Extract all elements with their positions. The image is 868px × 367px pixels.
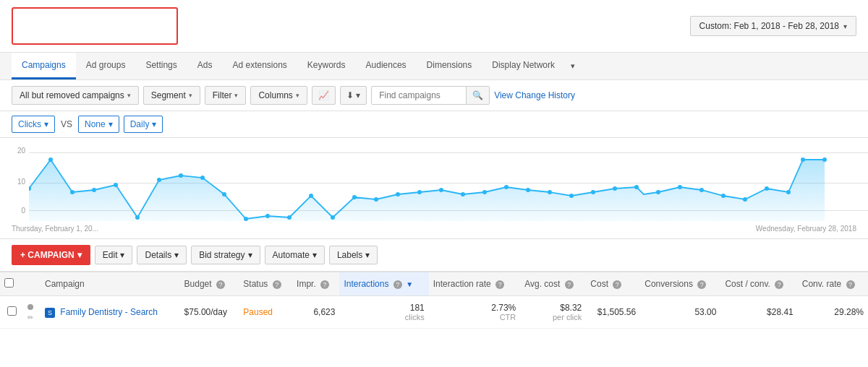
conv-rate-value: 29.28%	[834, 307, 864, 317]
tab-more-button[interactable]: ▾	[565, 54, 581, 78]
segment-label: All but removed campaigns	[20, 90, 124, 100]
metric1-button[interactable]: Clicks ▾	[12, 116, 55, 133]
header-interactions[interactable]: Interactions ? ▼	[339, 272, 428, 296]
automate-button[interactable]: Automate ▾	[265, 246, 325, 264]
budget-help-icon[interactable]: ?	[216, 280, 225, 289]
header-budget-label: Budget	[184, 279, 212, 289]
tab-keywords[interactable]: Keywords	[297, 53, 356, 79]
columns-label: Columns	[258, 90, 292, 100]
header-checkbox[interactable]	[0, 272, 23, 296]
svg-point-7	[157, 178, 161, 182]
automate-label: Automate	[273, 250, 310, 260]
header-campaign: Campaign	[41, 272, 180, 296]
header-status-col: Status ?	[239, 272, 292, 296]
budget-value: $75.00/day	[184, 307, 235, 317]
bid-strategy-label: Bid strategy	[199, 250, 244, 260]
actions-bar: + CAMPAIGN ▾ Edit ▾ Details ▾ Bid strate…	[0, 239, 868, 272]
interaction-rate-value: 2.73%	[433, 303, 516, 313]
view-change-history-link[interactable]: View Change History	[494, 90, 575, 100]
date-range-button[interactable]: Custom: Feb 1, 2018 - Feb 28, 2018 ▾	[690, 16, 856, 36]
svg-point-11	[244, 217, 248, 221]
search-icon-button[interactable]: 🔍	[466, 87, 489, 104]
search-box: 🔍	[371, 86, 490, 105]
period-button[interactable]: Daily ▾	[124, 116, 163, 133]
tab-ad-groups[interactable]: Ad groups	[76, 53, 136, 79]
cost-value: $1,505.56	[597, 307, 636, 317]
columns-chevron: ▾	[296, 92, 299, 99]
row-checkbox[interactable]	[7, 306, 17, 316]
header-interaction-rate-label: Interaction rate	[433, 279, 491, 289]
svg-point-23	[504, 185, 509, 189]
tab-audiences[interactable]: Audiences	[356, 53, 417, 79]
svg-point-34	[743, 197, 747, 202]
cost-per-conv-help-icon[interactable]: ?	[775, 280, 783, 289]
cost-per-conv-value: $28.41	[767, 307, 793, 317]
metric2-button[interactable]: None ▾	[78, 116, 119, 133]
details-button[interactable]: Details ▾	[137, 246, 187, 264]
segment-button[interactable]: Segment ▾	[143, 86, 200, 105]
conversions-value: 53.00	[694, 307, 716, 317]
impr-value: 6,623	[313, 307, 335, 317]
svg-point-25	[548, 190, 552, 194]
row-checkbox-cell[interactable]	[0, 296, 23, 329]
chart-icon: 📈	[318, 90, 329, 100]
edit-button[interactable]: Edit ▾	[95, 246, 133, 264]
cost-help-icon[interactable]: ?	[613, 280, 621, 289]
table-container: Campaign Budget ? Status ? Impr. ? Inter…	[0, 272, 868, 329]
vs-label: VS	[59, 119, 74, 129]
labels-button[interactable]: Labels ▾	[329, 246, 378, 264]
svg-point-37	[801, 157, 805, 162]
toolbar-row-1: All but removed campaigns ▾ Segment ▾ Fi…	[0, 80, 868, 111]
columns-button[interactable]: Columns ▾	[250, 86, 307, 105]
svg-point-28	[613, 186, 617, 191]
tab-settings[interactable]: Settings	[135, 53, 187, 79]
segment-dropdown-button[interactable]: All but removed campaigns ▾	[12, 86, 139, 105]
row-conv-rate-cell: 29.28%	[798, 296, 868, 329]
impr-help-icon[interactable]: ?	[320, 280, 329, 289]
tab-ad-extensions[interactable]: Ad extensions	[222, 53, 297, 79]
svg-point-10	[222, 192, 226, 197]
header-conversions: Conversions ?	[640, 272, 720, 296]
tab-dimensions[interactable]: Dimensions	[417, 53, 482, 79]
svg-point-6	[135, 215, 140, 220]
logo-box	[12, 7, 178, 45]
campaign-btn-chevron: ▾	[77, 250, 82, 260]
header-cost-label: Cost	[590, 279, 608, 289]
filter-label: Filter	[213, 90, 232, 100]
tab-ads[interactable]: Ads	[187, 53, 223, 79]
campaign-name[interactable]: Family Dentistry - Search	[60, 307, 158, 317]
chart-icon-button[interactable]: 📈	[312, 86, 336, 105]
chart-y-label-0: 0	[0, 207, 25, 215]
select-all-checkbox[interactable]	[4, 278, 14, 288]
conv-rate-help-icon[interactable]: ?	[846, 280, 855, 289]
edit-pencil-icon[interactable]: ✏	[27, 314, 33, 321]
svg-point-38	[822, 157, 827, 162]
add-campaign-button[interactable]: + CAMPAIGN ▾	[12, 245, 90, 265]
row-impr-cell: 6,623	[292, 296, 339, 329]
bid-strategy-button[interactable]: Bid strategy ▾	[191, 246, 260, 264]
interaction-rate-help-icon[interactable]: ?	[495, 280, 504, 289]
campaign-btn-label: + CAMPAIGN	[20, 250, 75, 260]
interactions-help-icon[interactable]: ?	[393, 280, 402, 289]
svg-point-18	[396, 192, 400, 197]
header-campaign-label: Campaign	[45, 279, 85, 289]
search-input[interactable]	[372, 87, 466, 104]
interactions-sort-arrow: ▼	[406, 280, 413, 288]
automate-chevron: ▾	[312, 250, 317, 260]
svg-point-35	[765, 186, 769, 191]
interactions-sub: clicks	[344, 313, 424, 321]
svg-point-27	[591, 190, 595, 194]
svg-point-15	[331, 215, 335, 220]
tab-campaigns[interactable]: Campaigns	[12, 53, 76, 79]
metric1-label: Clicks	[18, 119, 41, 129]
filter-button[interactable]: Filter ▾	[205, 86, 247, 105]
date-range-label: Custom: Feb 1, 2018 - Feb 28, 2018	[699, 21, 839, 31]
tab-display-network[interactable]: Display Network	[482, 53, 565, 79]
table-row: ✏ S Family Dentistry - Search $75.00/day…	[0, 296, 868, 329]
avg-cost-help-icon[interactable]: ?	[565, 280, 574, 289]
svg-point-36	[786, 190, 791, 194]
download-button[interactable]: ⬇ ▾	[340, 86, 367, 105]
campaigns-table: Campaign Budget ? Status ? Impr. ? Inter…	[0, 272, 868, 329]
conversions-help-icon[interactable]: ?	[697, 280, 706, 289]
status-help-icon[interactable]: ?	[273, 280, 281, 289]
